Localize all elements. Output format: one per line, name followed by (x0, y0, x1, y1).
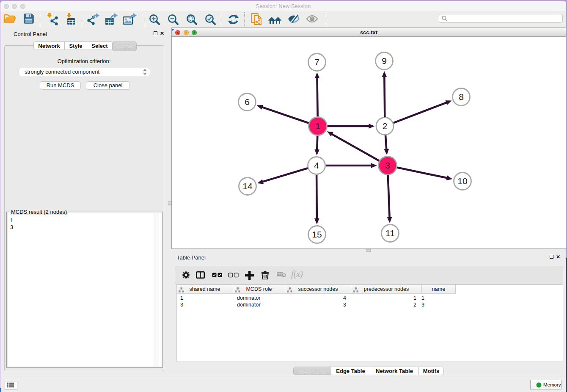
svg-text:7: 7 (314, 57, 319, 67)
svg-text:1: 1 (315, 121, 320, 131)
svg-text:15: 15 (312, 229, 322, 239)
svg-text:6: 6 (245, 97, 250, 107)
svg-text:11: 11 (385, 228, 395, 238)
svg-text:10: 10 (457, 176, 467, 186)
svg-text:8: 8 (459, 92, 464, 102)
svg-text:9: 9 (382, 56, 387, 66)
svg-text:14: 14 (242, 181, 253, 191)
svg-text:4: 4 (314, 160, 319, 170)
svg-text:2: 2 (383, 121, 388, 131)
svg-text:3: 3 (385, 160, 390, 170)
